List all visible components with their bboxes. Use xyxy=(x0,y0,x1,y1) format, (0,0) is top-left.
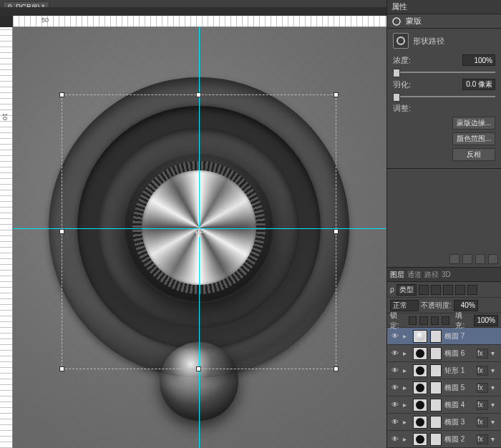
apply-mask-icon[interactable] xyxy=(462,254,472,264)
load-selection-icon[interactable] xyxy=(449,254,459,264)
transform-handle-t[interactable] xyxy=(196,92,201,97)
layer-name[interactable]: 椭圆 5 xyxy=(444,383,464,393)
filter-shape-icon[interactable] xyxy=(455,285,465,295)
disable-mask-icon[interactable] xyxy=(475,254,485,264)
transform-bounding-box[interactable] xyxy=(62,94,336,369)
fx-expand-icon[interactable]: ▾ xyxy=(491,384,498,391)
layers-tabs[interactable]: 图层 通道 路径 3D xyxy=(387,268,501,282)
transform-handle-bl[interactable] xyxy=(59,366,64,371)
filter-kind-select[interactable]: 类型 xyxy=(397,284,417,296)
layer-name[interactable]: 椭圆 2 xyxy=(444,434,464,444)
expand-arrow-icon[interactable]: ▸ xyxy=(403,401,410,409)
lock-position-icon[interactable] xyxy=(431,316,439,325)
layer-name[interactable]: 椭圆 4 xyxy=(444,400,464,410)
layer-thumbnail[interactable] xyxy=(413,381,427,394)
ruler-vertical[interactable]: 10 xyxy=(0,27,13,448)
fx-badge[interactable]: fx xyxy=(477,417,488,427)
mask-thumbnail[interactable] xyxy=(430,416,442,429)
transform-handle-b[interactable] xyxy=(196,366,201,371)
delete-mask-icon[interactable] xyxy=(488,254,498,264)
color-range-button[interactable]: 颜色范围... xyxy=(452,132,495,145)
layer-row[interactable]: 👁▸椭圆 7 xyxy=(387,328,501,345)
ruler-horizontal[interactable]: 50 xyxy=(13,16,386,27)
invert-button[interactable]: 反相 xyxy=(452,148,495,161)
properties-subtab[interactable]: 蒙版 xyxy=(387,14,501,29)
fill-input[interactable] xyxy=(474,315,498,326)
mask-thumbnail[interactable] xyxy=(430,347,442,360)
mask-edge-button[interactable]: 蒙版边缘... xyxy=(452,117,495,130)
blend-mode-select[interactable]: 正常 xyxy=(390,300,419,311)
layer-thumbnail[interactable] xyxy=(413,364,427,377)
transform-handle-tl[interactable] xyxy=(59,92,64,97)
layer-thumbnail[interactable] xyxy=(413,416,427,429)
filter-smart-icon[interactable] xyxy=(467,285,477,295)
layer-row[interactable]: 👁▸椭圆 4fx▾ xyxy=(387,396,501,414)
transform-handle-l[interactable] xyxy=(59,229,64,234)
tab-paths[interactable]: 路径 xyxy=(424,270,439,280)
visibility-eye-icon[interactable]: 👁 xyxy=(390,434,400,444)
layer-thumbnail[interactable] xyxy=(413,433,427,446)
layer-name[interactable]: 矩形 1 xyxy=(444,366,464,376)
layer-row[interactable]: 👁▸椭圆 2fx▾ xyxy=(387,431,501,448)
tab-3d[interactable]: 3D xyxy=(442,271,451,278)
transform-handle-tr[interactable] xyxy=(334,92,339,97)
tab-channels[interactable]: 通道 xyxy=(407,270,422,280)
filter-type-icon[interactable] xyxy=(443,285,453,295)
fx-expand-icon[interactable]: ▾ xyxy=(491,366,498,374)
transform-center[interactable] xyxy=(196,229,201,234)
expand-arrow-icon[interactable]: ▸ xyxy=(403,349,410,357)
mask-thumbnail[interactable] xyxy=(430,433,442,446)
properties-tab[interactable]: 属性 xyxy=(387,0,501,14)
layer-thumbnail[interactable] xyxy=(413,347,427,360)
visibility-eye-icon[interactable]: 👁 xyxy=(390,417,400,427)
mask-thumbnail[interactable] xyxy=(430,330,442,343)
lock-pixels-icon[interactable] xyxy=(419,316,427,325)
expand-arrow-icon[interactable]: ▸ xyxy=(403,332,410,340)
fx-badge[interactable]: fx xyxy=(477,400,488,410)
tab-layers[interactable]: 图层 xyxy=(390,270,404,280)
filter-pixel-icon[interactable] xyxy=(419,285,429,295)
feather-input[interactable] xyxy=(462,79,495,90)
opacity-input[interactable] xyxy=(454,300,478,311)
transform-handle-r[interactable] xyxy=(334,229,339,234)
density-input[interactable] xyxy=(462,54,495,66)
layer-row[interactable]: 👁▸椭圆 3fx▾ xyxy=(387,414,501,431)
visibility-eye-icon[interactable]: 👁 xyxy=(390,331,400,341)
layer-row[interactable]: 👁▸矩形 1fx▾ xyxy=(387,362,501,379)
layer-row[interactable]: 👁▸椭圆 6fx▾ xyxy=(387,345,501,362)
expand-arrow-icon[interactable]: ▸ xyxy=(403,435,410,443)
filter-adjust-icon[interactable] xyxy=(431,285,441,295)
layer-row[interactable]: 👁▸椭圆 5fx▾ xyxy=(387,379,501,396)
fill-label: 填充: xyxy=(455,311,471,331)
expand-arrow-icon[interactable]: ▸ xyxy=(403,418,410,426)
transform-handle-br[interactable] xyxy=(334,366,339,371)
mask-thumbnail[interactable] xyxy=(430,381,442,394)
visibility-eye-icon[interactable]: 👁 xyxy=(390,366,400,376)
density-slider[interactable] xyxy=(393,72,495,73)
fx-badge[interactable]: fx xyxy=(477,383,488,393)
mask-thumbnail[interactable] xyxy=(430,399,442,412)
layer-thumbnail[interactable] xyxy=(413,399,427,412)
shape-path-icon[interactable] xyxy=(393,33,409,49)
document-canvas[interactable] xyxy=(13,27,386,448)
fx-expand-icon[interactable]: ▾ xyxy=(491,418,498,426)
layer-name[interactable]: 椭圆 7 xyxy=(444,331,464,341)
layer-name[interactable]: 椭圆 3 xyxy=(444,417,464,427)
lock-transparency-icon[interactable] xyxy=(409,316,417,325)
fx-expand-icon[interactable]: ▾ xyxy=(491,401,498,409)
fx-expand-icon[interactable]: ▾ xyxy=(491,349,498,357)
mask-thumbnail[interactable] xyxy=(430,364,442,377)
expand-arrow-icon[interactable]: ▸ xyxy=(403,384,410,391)
visibility-eye-icon[interactable]: 👁 xyxy=(390,383,400,393)
visibility-eye-icon[interactable]: 👁 xyxy=(390,349,400,359)
fx-badge[interactable]: fx xyxy=(477,434,488,444)
layer-name[interactable]: 椭圆 6 xyxy=(444,349,464,359)
expand-arrow-icon[interactable]: ▸ xyxy=(403,366,410,374)
layer-thumbnail[interactable] xyxy=(413,330,427,343)
visibility-eye-icon[interactable]: 👁 xyxy=(390,400,400,410)
feather-slider[interactable] xyxy=(393,96,495,97)
fx-badge[interactable]: fx xyxy=(477,349,488,359)
fx-expand-icon[interactable]: ▾ xyxy=(491,435,498,443)
fx-badge[interactable]: fx xyxy=(477,366,488,376)
lock-all-icon[interactable] xyxy=(442,316,449,325)
